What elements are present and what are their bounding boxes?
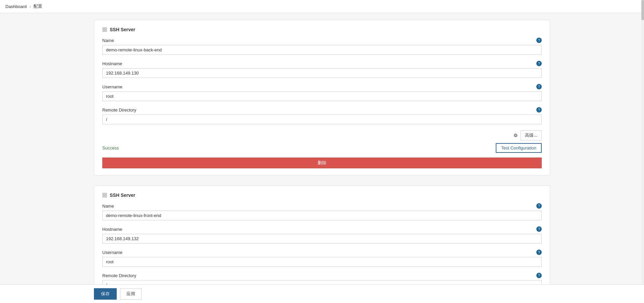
server1-remotedir-input[interactable] <box>102 115 542 124</box>
breadcrumb: Dashboard › 配置 <box>0 0 644 13</box>
server2-name-label: Name <box>102 204 114 209</box>
server2-username-help-icon[interactable]: ? <box>536 250 542 255</box>
server2-icon <box>102 193 107 198</box>
apply-button[interactable]: 应用 <box>120 288 142 300</box>
scrollbar-thumb[interactable] <box>641 0 644 20</box>
breadcrumb-dashboard[interactable]: Dashboard <box>5 4 27 9</box>
server1-remotedir-label: Remote Directory <box>102 107 136 113</box>
server1-status-text: Success <box>102 145 119 150</box>
server2-header: SSH Server <box>102 192 542 198</box>
server1-title: SSH Server <box>110 27 135 32</box>
server2-remotedir-help-icon[interactable]: ? <box>536 273 542 278</box>
server2-username-input[interactable] <box>102 257 542 267</box>
server2-title: SSH Server <box>110 192 135 198</box>
server1-hostname-label: Hostname <box>102 61 122 66</box>
server2-hostname-label: Hostname <box>102 227 122 232</box>
server1-hostname-group: Hostname ? <box>102 61 542 78</box>
server1-remotedir-group: Remote Directory ? <box>102 107 542 124</box>
server1-name-input[interactable] <box>102 45 542 55</box>
server2-name-help-icon[interactable]: ? <box>536 203 542 209</box>
server1-name-group: Name ? <box>102 38 542 55</box>
server1-header: SSH Server <box>102 27 542 32</box>
server2-name-group: Name ? <box>102 203 542 220</box>
server1-test-config-button[interactable]: Test Configuration <box>496 143 542 153</box>
bottom-bar: 保存 应用 <box>0 285 644 303</box>
server2-hostname-help-icon[interactable]: ? <box>536 226 542 232</box>
ssh-server-block-1: SSH Server Name ? Hostname ? Username ? <box>94 20 550 175</box>
server1-name-label: Name <box>102 38 114 43</box>
server1-advanced-button[interactable]: 高级... <box>521 130 542 140</box>
server1-username-help-icon[interactable]: ? <box>536 84 542 89</box>
server1-username-label: Username <box>102 84 122 89</box>
server1-actions-row: ⚙ 高级... <box>102 130 542 140</box>
server1-hostname-help-icon[interactable]: ? <box>536 61 542 66</box>
server1-username-input[interactable] <box>102 91 542 101</box>
server1-hostname-input[interactable] <box>102 68 542 78</box>
server1-gear-icon: ⚙ <box>514 133 518 138</box>
server2-username-group: Username ? <box>102 250 542 267</box>
server2-hostname-input[interactable] <box>102 234 542 244</box>
server2-name-input[interactable] <box>102 211 542 220</box>
server1-icon <box>102 27 107 32</box>
server1-delete-col: 删除 <box>102 156 542 168</box>
server2-hostname-group: Hostname ? <box>102 226 542 244</box>
scrollbar-track[interactable] <box>641 0 644 303</box>
server1-status-row: Success Test Configuration <box>102 143 542 153</box>
server1-username-group: Username ? <box>102 84 542 101</box>
breadcrumb-current: 配置 <box>34 3 42 9</box>
server1-remotedir-help-icon[interactable]: ? <box>536 107 542 113</box>
save-button[interactable]: 保存 <box>94 288 117 300</box>
server1-delete-button[interactable]: 删除 <box>102 158 542 168</box>
server1-name-help-icon[interactable]: ? <box>536 38 542 43</box>
breadcrumb-separator: › <box>30 4 31 9</box>
main-content: SSH Server Name ? Hostname ? Username ? <box>0 13 644 303</box>
server2-remotedir-label: Remote Directory <box>102 273 136 278</box>
server2-username-label: Username <box>102 250 122 255</box>
